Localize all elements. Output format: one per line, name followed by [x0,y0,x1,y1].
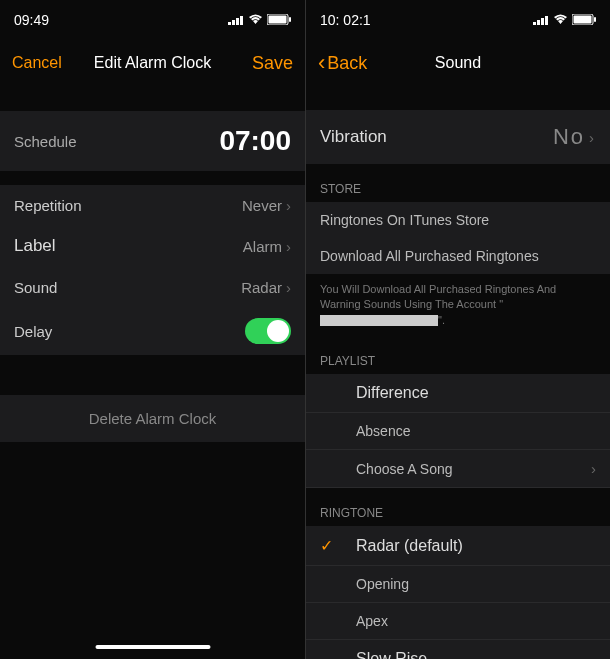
delay-label: Delay [14,323,52,340]
playlist-section: Difference Absence Choose A Song › [306,374,610,488]
chevron-right-icon: › [591,460,596,477]
alarm-time: 07:00 [219,125,291,157]
ringtone-item[interactable]: ✓ Radar (default) [306,526,610,566]
settings-section: Repetition Never › Label Alarm › Sound R… [0,185,305,355]
chevron-right-icon: › [589,129,596,146]
svg-rect-3 [240,16,243,25]
svg-rect-7 [533,22,536,25]
redacted-account [320,315,438,326]
status-indicators [228,12,291,28]
svg-rect-10 [545,16,548,25]
chevron-left-icon: ‹ [318,52,325,74]
status-bar: 10: 02:1 [306,0,610,40]
ringtone-header: RINGTONE [306,488,610,526]
label-row[interactable]: Label Alarm › [0,225,305,267]
sound-value: Radar › [241,279,291,296]
vibration-label: Vibration [320,127,387,147]
store-section: Ringtones On ITunes Store Download All P… [306,202,610,274]
svg-rect-9 [541,18,544,25]
status-bar: 09:49 [0,0,305,40]
ringtone-item[interactable]: Slow Rise [306,640,610,659]
playlist-header: PLAYLIST [306,336,610,374]
download-purchased-row[interactable]: Download All Purchased Ringtones [306,238,610,274]
signal-icon [533,12,549,28]
svg-rect-1 [232,20,235,25]
delay-toggle[interactable] [245,318,291,344]
sound-screen: 10: 02:1 ‹ Back Sound Vibration No › STO… [305,0,610,659]
sound-row[interactable]: Sound Radar › [0,267,305,307]
label-label: Label [14,236,56,256]
status-time: 10: 02:1 [320,12,371,28]
wifi-icon [553,12,568,28]
delay-row: Delay [0,307,305,355]
repetition-row[interactable]: Repetition Never › [0,185,305,225]
ringtones-store-row[interactable]: Ringtones On ITunes Store [306,202,610,238]
nav-bar: ‹ Back Sound [306,40,610,86]
store-header: STORE [306,164,610,202]
playlist-item[interactable]: Absence [306,413,610,450]
svg-rect-2 [236,18,239,25]
status-time: 09:49 [14,12,49,28]
svg-rect-5 [269,16,287,24]
wifi-icon [248,12,263,28]
vibration-row[interactable]: Vibration No › [306,110,610,164]
page-title: Sound [435,54,481,72]
ringtone-section: ✓ Radar (default) Opening Apex Slow Rise… [306,526,610,659]
schedule-label: Schedule [14,133,77,150]
store-note: You Will Download All Purchased Ringtone… [306,274,610,336]
chevron-right-icon: › [286,279,291,296]
status-indicators [533,12,596,28]
battery-icon [267,12,291,28]
schedule-row[interactable]: Schedule 07:00 [0,111,305,171]
choose-song-row[interactable]: Choose A Song › [306,450,610,488]
repetition-label: Repetition [14,197,82,214]
svg-rect-8 [537,20,540,25]
page-title: Edit Alarm Clock [94,54,211,72]
svg-rect-12 [574,16,592,24]
chevron-right-icon: › [286,238,291,255]
save-button[interactable]: Save [252,53,293,74]
label-value: Alarm › [243,238,291,255]
repetition-value: Never › [242,197,291,214]
edit-alarm-screen: 09:49 Cancel Edit Alarm Clock Save Sched… [0,0,305,659]
ringtone-item[interactable]: Apex [306,603,610,640]
ringtone-item[interactable]: Opening [306,566,610,603]
delete-alarm-button[interactable]: Delete Alarm Clock [0,395,305,442]
signal-icon [228,12,244,28]
svg-rect-13 [594,17,596,22]
chevron-right-icon: › [286,197,291,214]
check-icon: ✓ [320,536,346,555]
sound-label: Sound [14,279,57,296]
svg-rect-6 [289,17,291,22]
home-indicator[interactable] [95,645,210,649]
svg-rect-0 [228,22,231,25]
nav-bar: Cancel Edit Alarm Clock Save [0,40,305,86]
cancel-button[interactable]: Cancel [12,54,62,72]
battery-icon [572,12,596,28]
back-button[interactable]: ‹ Back [318,52,367,74]
playlist-item[interactable]: Difference [306,374,610,413]
vibration-value: No › [553,124,596,150]
